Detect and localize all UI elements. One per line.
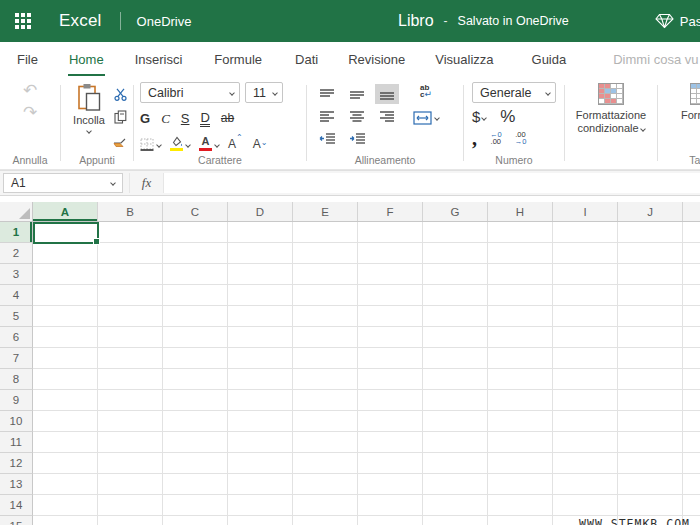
row-header-7[interactable]: 7 xyxy=(0,348,33,369)
cell-H12[interactable] xyxy=(488,453,553,474)
cell-A6[interactable] xyxy=(33,327,98,348)
cell-G11[interactable] xyxy=(423,432,488,453)
tell-me-search[interactable]: Dimmi cosa vu xyxy=(613,52,698,67)
select-all-corner[interactable] xyxy=(0,202,33,221)
cell-E6[interactable] xyxy=(293,327,358,348)
cell-A9[interactable] xyxy=(33,390,98,411)
cell-E4[interactable] xyxy=(293,285,358,306)
cell-I11[interactable] xyxy=(553,432,618,453)
cell-C1[interactable] xyxy=(163,222,228,243)
cell-H6[interactable] xyxy=(488,327,553,348)
format-painter-button[interactable] xyxy=(111,132,129,148)
cell-I9[interactable] xyxy=(553,390,618,411)
cell-A8[interactable] xyxy=(33,369,98,390)
cell-C8[interactable] xyxy=(163,369,228,390)
align-middle-button[interactable] xyxy=(345,84,369,104)
tab-file[interactable]: File xyxy=(16,50,39,69)
cell-E9[interactable] xyxy=(293,390,358,411)
cell-A7[interactable] xyxy=(33,348,98,369)
number-format-combo[interactable]: Generale xyxy=(472,82,556,103)
cell-J11[interactable] xyxy=(618,432,683,453)
cell-A15[interactable] xyxy=(33,516,98,525)
cell-F9[interactable] xyxy=(358,390,423,411)
cell-C4[interactable] xyxy=(163,285,228,306)
column-header-J[interactable]: J xyxy=(618,202,683,221)
cell-D10[interactable] xyxy=(228,411,293,432)
cell-A14[interactable] xyxy=(33,495,98,516)
cell-J8[interactable] xyxy=(618,369,683,390)
cell-F5[interactable] xyxy=(358,306,423,327)
cell-F15[interactable] xyxy=(358,516,423,525)
cell-A5[interactable] xyxy=(33,306,98,327)
cell-G9[interactable] xyxy=(423,390,488,411)
cell-J14[interactable] xyxy=(618,495,683,516)
cell-E15[interactable] xyxy=(293,516,358,525)
cell-G2[interactable] xyxy=(423,243,488,264)
bold-button[interactable]: G xyxy=(140,111,150,126)
cell-C13[interactable] xyxy=(163,474,228,495)
cell-H10[interactable] xyxy=(488,411,553,432)
cell-H13[interactable] xyxy=(488,474,553,495)
cell-G13[interactable] xyxy=(423,474,488,495)
column-header-B[interactable]: B xyxy=(98,202,163,221)
cell-C9[interactable] xyxy=(163,390,228,411)
cell-F12[interactable] xyxy=(358,453,423,474)
save-status[interactable]: Salvato in OneDrive xyxy=(458,14,569,28)
column-header-H[interactable]: H xyxy=(488,202,553,221)
cell-B7[interactable] xyxy=(98,348,163,369)
cell-E14[interactable] xyxy=(293,495,358,516)
service-name[interactable]: OneDrive xyxy=(137,14,192,29)
row-header-1[interactable]: 1 xyxy=(0,222,33,243)
row-header-3[interactable]: 3 xyxy=(0,264,33,285)
cell-C5[interactable] xyxy=(163,306,228,327)
cell-E10[interactable] xyxy=(293,411,358,432)
cell-C3[interactable] xyxy=(163,264,228,285)
cell-H3[interactable] xyxy=(488,264,553,285)
cell-A12[interactable] xyxy=(33,453,98,474)
cell-G5[interactable] xyxy=(423,306,488,327)
cell-I2[interactable] xyxy=(553,243,618,264)
cell-A4[interactable] xyxy=(33,285,98,306)
cell-J6[interactable] xyxy=(618,327,683,348)
cell-F13[interactable] xyxy=(358,474,423,495)
borders-button[interactable] xyxy=(140,138,161,151)
cell-F4[interactable] xyxy=(358,285,423,306)
cell-F11[interactable] xyxy=(358,432,423,453)
cell-G14[interactable] xyxy=(423,495,488,516)
cell-D13[interactable] xyxy=(228,474,293,495)
cell-J5[interactable] xyxy=(618,306,683,327)
cell-F8[interactable] xyxy=(358,369,423,390)
cell-E2[interactable] xyxy=(293,243,358,264)
strikethrough-button[interactable]: ab xyxy=(221,111,234,126)
currency-button[interactable]: $ xyxy=(472,108,486,125)
cell-H11[interactable] xyxy=(488,432,553,453)
column-header-E[interactable]: E xyxy=(293,202,358,221)
cell-E13[interactable] xyxy=(293,474,358,495)
cell-B6[interactable] xyxy=(98,327,163,348)
cell-E12[interactable] xyxy=(293,453,358,474)
cell-J1[interactable] xyxy=(618,222,683,243)
cell-J2[interactable] xyxy=(618,243,683,264)
cell-G6[interactable] xyxy=(423,327,488,348)
tab-formule[interactable]: Formule xyxy=(213,50,263,69)
cell-G10[interactable] xyxy=(423,411,488,432)
increase-decimals-button[interactable]: ←0.00 xyxy=(490,131,502,145)
tab-guida[interactable]: Guida xyxy=(531,50,568,69)
document-title[interactable]: Libro xyxy=(398,12,434,30)
cell-F6[interactable] xyxy=(358,327,423,348)
cell-F1[interactable] xyxy=(358,222,423,243)
cell-A10[interactable] xyxy=(33,411,98,432)
column-header-C[interactable]: C xyxy=(163,202,228,221)
undo-icon[interactable]: ↶ xyxy=(23,81,37,103)
name-box[interactable]: A1 xyxy=(3,173,123,193)
font-name-combo[interactable]: Calibri xyxy=(140,82,240,103)
percent-button[interactable]: % xyxy=(500,107,515,127)
cell-F2[interactable] xyxy=(358,243,423,264)
cut-button[interactable] xyxy=(111,86,129,102)
cell-E3[interactable] xyxy=(293,264,358,285)
tab-visualizza[interactable]: Visualizza xyxy=(434,50,494,69)
cell-D15[interactable] xyxy=(228,516,293,525)
go-premium-button[interactable]: Passa xyxy=(655,0,700,42)
merge-center-button[interactable] xyxy=(413,111,439,125)
cell-J9[interactable] xyxy=(618,390,683,411)
